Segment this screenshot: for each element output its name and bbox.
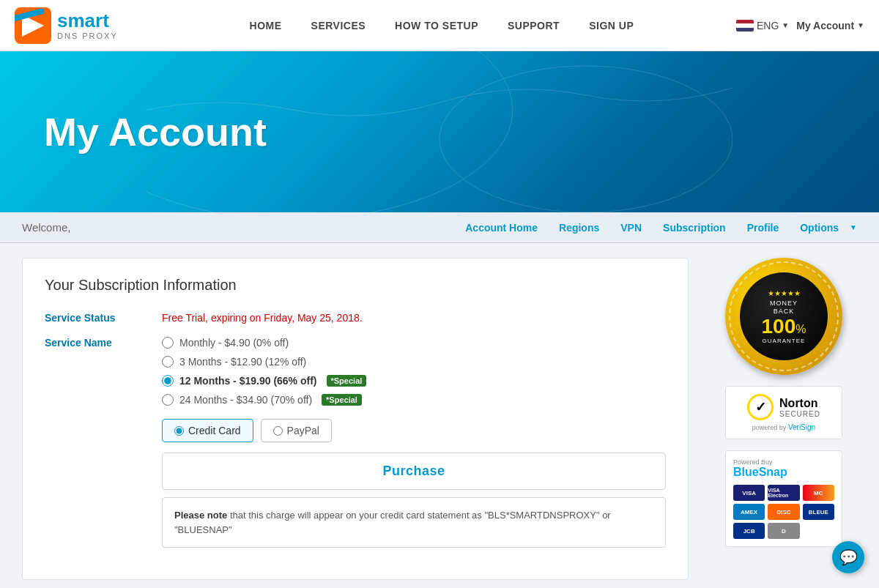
account-nav: Account Home Regions VPN Subscription Pr… bbox=[456, 222, 857, 234]
bluesnap-blue: Blue bbox=[733, 466, 759, 478]
badge-inner: ★★★★★ MONEY BACK 100% GUARANTEE bbox=[740, 272, 828, 360]
hero-banner: My Account bbox=[0, 51, 879, 212]
plan-monthly-radio[interactable] bbox=[162, 337, 174, 349]
plan-radio-group: Monthly - $4.90 (0% off) 3 Months - $12.… bbox=[162, 337, 666, 406]
norton-logo-row: ✓ Norton SECURED bbox=[737, 394, 831, 420]
money-back-badge: ★★★★★ MONEY BACK 100% GUARANTEE bbox=[725, 258, 842, 375]
norton-secured-label: SECURED bbox=[779, 410, 820, 418]
nav-bar: smart DNS PROXY HOME SERVICES HOW TO SET… bbox=[0, 0, 879, 51]
badge-money-text: MONEY bbox=[770, 299, 798, 307]
payment-methods: Credit Card PayPal bbox=[162, 419, 666, 442]
plans-section: Monthly - $4.90 (0% off) 3 Months - $12.… bbox=[162, 337, 666, 548]
plan-24months-radio[interactable] bbox=[162, 394, 174, 406]
payment-paypal[interactable]: PayPal bbox=[261, 419, 332, 442]
paypal-label: PayPal bbox=[287, 425, 319, 436]
payment-credit-card[interactable]: Credit Card bbox=[162, 419, 253, 442]
nav-right: ENG ▼ My Account ▼ bbox=[736, 20, 864, 31]
discover-logo: DISC bbox=[768, 504, 799, 520]
purchase-button[interactable]: Purchase bbox=[162, 453, 666, 490]
subscription-link[interactable]: Subscription bbox=[654, 222, 735, 234]
account-home-link[interactable]: Account Home bbox=[456, 222, 546, 234]
plan-3months-label: 3 Months - $12.90 (12% off) bbox=[179, 356, 306, 368]
nav-item-home[interactable]: HOME bbox=[250, 20, 282, 31]
bluesnap-box: Powered Buy BlueSnap VISA VISA Electron … bbox=[725, 450, 842, 547]
paypal-radio[interactable] bbox=[273, 426, 283, 436]
logo-dns-text: DNS PROXY bbox=[57, 31, 118, 40]
hero-title: My Account bbox=[44, 109, 267, 155]
my-account-nav[interactable]: My Account ▼ bbox=[796, 20, 864, 31]
cb-bleue-logo: BLEUE bbox=[803, 504, 834, 520]
badge-100-group: 100% bbox=[762, 316, 806, 338]
bluesnap-snap: Snap bbox=[759, 466, 787, 478]
plan-24months[interactable]: 24 Months - $34.90 (70% off) *Special bbox=[162, 394, 666, 406]
visa-electron-logo: VISA Electron bbox=[768, 485, 799, 501]
norton-check-icon: ✓ bbox=[747, 394, 774, 420]
note-text: that this charge will appear on your cre… bbox=[174, 510, 611, 535]
plan-12months[interactable]: 12 Months - $19.90 (66% off) *Special bbox=[162, 375, 666, 387]
options-item[interactable]: Options ▼ bbox=[791, 222, 857, 234]
chat-button[interactable]: 💬 bbox=[832, 541, 864, 573]
badge-back-text: BACK bbox=[774, 308, 795, 315]
jcb-logo: JCB bbox=[733, 523, 765, 539]
service-status-row: Service Status Free Trial, expiring on F… bbox=[45, 312, 666, 324]
my-account-chevron-icon: ▼ bbox=[857, 21, 864, 29]
service-status-value: Free Trial, expiring on Friday, May 25, … bbox=[162, 312, 666, 324]
plan-24months-label: 24 Months - $34.90 (70% off) bbox=[179, 394, 312, 406]
plan-12months-label: 12 Months - $19.90 (66% off) bbox=[179, 375, 317, 387]
credit-card-label: Credit Card bbox=[188, 425, 241, 436]
my-account-label: My Account bbox=[796, 20, 854, 31]
us-flag-icon bbox=[736, 20, 754, 31]
vpn-link[interactable]: VPN bbox=[612, 222, 650, 234]
plan-12months-radio[interactable] bbox=[162, 375, 174, 387]
bluesnap-powered-text: Powered Buy BlueSnap bbox=[733, 458, 787, 479]
bluesnap-header: Powered Buy BlueSnap bbox=[733, 458, 834, 479]
nav-item-sign-up[interactable]: SIGN UP bbox=[589, 20, 634, 31]
plan-3months[interactable]: 3 Months - $12.90 (12% off) bbox=[162, 356, 666, 368]
plan-monthly-label: Monthly - $4.90 (0% off) bbox=[179, 337, 289, 349]
mastercard-logo: MC bbox=[803, 485, 834, 501]
badge-percent-text: % bbox=[795, 323, 806, 336]
nav-item-support[interactable]: SUPPORT bbox=[508, 20, 560, 31]
lang-chevron-icon: ▼ bbox=[782, 21, 789, 29]
badge-guarantee-text: GUARANTEE bbox=[763, 338, 806, 344]
logo[interactable]: smart DNS PROXY bbox=[15, 7, 118, 44]
nav-item-how-to-setup[interactable]: HOW TO SETUP bbox=[395, 20, 478, 31]
regions-link[interactable]: Regions bbox=[550, 222, 608, 234]
note-bold: Please note bbox=[174, 510, 227, 521]
norton-brand: Norton bbox=[779, 397, 820, 410]
main-content: Your Subscription Information Service St… bbox=[0, 243, 879, 588]
language-selector[interactable]: ENG ▼ bbox=[736, 20, 789, 31]
left-panel: Your Subscription Information Service St… bbox=[22, 258, 689, 580]
norton-text-group: Norton SECURED bbox=[779, 397, 820, 418]
options-chevron-icon: ▼ bbox=[850, 223, 857, 231]
service-name-row: Service Name Monthly - $4.90 (0% off) 3 … bbox=[45, 337, 666, 548]
badge-100-text: 100 bbox=[762, 316, 796, 337]
badge-outer: ★★★★★ MONEY BACK 100% GUARANTEE bbox=[725, 258, 842, 375]
credit-card-radio[interactable] bbox=[174, 426, 184, 436]
card-logos: VISA VISA Electron MC AMEX DISC BLEUE JC… bbox=[733, 485, 834, 539]
logo-text: smart DNS PROXY bbox=[57, 10, 118, 40]
welcome-text: Welcome, bbox=[22, 221, 456, 234]
bluesnap-powered-by: Powered Buy bbox=[733, 458, 787, 466]
chat-icon: 💬 bbox=[839, 548, 858, 566]
options-link[interactable]: Options bbox=[791, 222, 848, 234]
bluesnap-logo: BlueSnap bbox=[733, 466, 787, 479]
amex-logo: AMEX bbox=[733, 504, 765, 520]
plan-monthly[interactable]: Monthly - $4.90 (0% off) bbox=[162, 337, 666, 349]
plan-12months-special-badge: *Special bbox=[327, 375, 367, 387]
service-status-label: Service Status bbox=[45, 312, 162, 324]
logo-icon bbox=[15, 7, 51, 44]
profile-link[interactable]: Profile bbox=[738, 222, 788, 234]
nav-item-services[interactable]: SERVICES bbox=[311, 20, 366, 31]
badge-stars: ★★★★★ bbox=[768, 289, 801, 297]
plan-24months-special-badge: *Special bbox=[322, 394, 362, 406]
note-box: Please note that this charge will appear… bbox=[162, 497, 666, 548]
welcome-bar: Welcome, Account Home Regions VPN Subscr… bbox=[0, 212, 879, 243]
diners-logo: D bbox=[768, 523, 799, 539]
norton-secured-box: ✓ Norton SECURED powered by VeriSign bbox=[725, 386, 842, 439]
norton-verisign: VeriSign bbox=[788, 423, 815, 431]
service-name-label: Service Name bbox=[45, 337, 162, 349]
right-panel: ★★★★★ MONEY BACK 100% GUARANTEE ✓ Norton… bbox=[711, 258, 857, 580]
plan-3months-radio[interactable] bbox=[162, 356, 174, 368]
subscription-box: Your Subscription Information Service St… bbox=[22, 258, 689, 580]
